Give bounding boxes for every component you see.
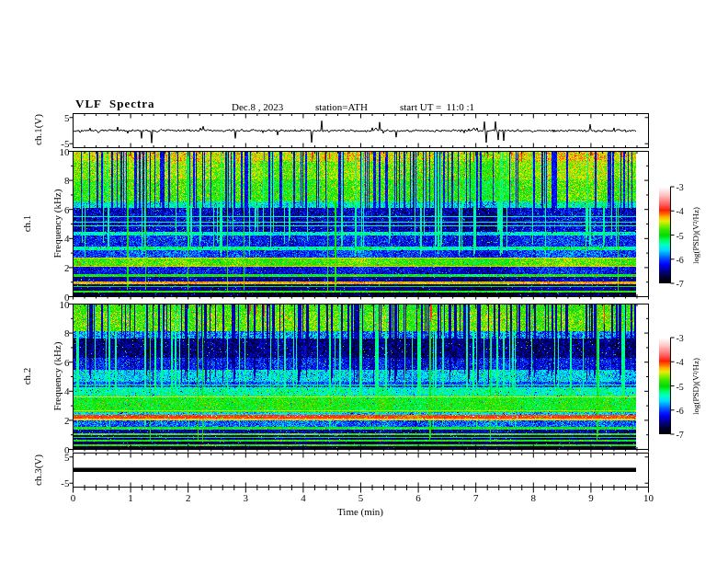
colorbar-tick-label: -6 <box>677 406 684 416</box>
x-tick-label: 7 <box>467 492 485 503</box>
colorbar-tick-label: -6 <box>677 255 684 265</box>
ylabel-ch1-frequency-line2: Frequency (kHz) <box>52 190 63 259</box>
header-station: station=ATH <box>315 101 368 112</box>
x-axis-title: Time (min) <box>337 506 383 517</box>
ylabel-ch2-frequency: ch.2 Frequency (kHz) <box>2 342 83 411</box>
vlf-spectra-figure: VLF Spectra Dec.8 , 2023 station=ATH sta… <box>0 0 728 563</box>
x-tick-label: 10 <box>640 492 658 503</box>
y-tick-label: 10 <box>50 146 70 157</box>
ylabel-ch1-voltage: ch.1(V) <box>32 114 43 145</box>
colorbar-tick-label: -5 <box>677 231 684 241</box>
y-tick-label: 2 <box>50 415 70 426</box>
page-title: VLF Spectra <box>75 98 155 109</box>
colorbar-tick-label: -3 <box>677 182 684 192</box>
x-tick-label: 9 <box>582 492 600 503</box>
y-tick-label: 8 <box>50 327 70 339</box>
y-tick-label: 8 <box>50 175 70 186</box>
y-tick-label: 4 <box>50 385 70 396</box>
ylabel-ch3-voltage: ch.3(V) <box>32 454 43 486</box>
x-tick-label: 3 <box>236 492 255 503</box>
x-tick-label: 4 <box>294 492 313 503</box>
ylabel-ch2-frequency-line2: Frequency (kHz) <box>52 342 63 411</box>
y-tick-label: 6 <box>50 204 70 215</box>
colorbar-tick-label: -7 <box>677 430 684 440</box>
y-tick-label: 5 <box>50 112 70 123</box>
y-tick-label: -5 <box>50 477 70 488</box>
x-tick-label: 0 <box>64 492 83 503</box>
x-tick-label: 5 <box>352 492 370 503</box>
y-tick-label: 10 <box>50 299 70 310</box>
colorbar-tick-label: -7 <box>677 279 684 289</box>
header-start-ut: start UT = 11:0 :1 <box>400 101 474 112</box>
x-tick-label: 1 <box>121 492 140 503</box>
colorbar1-label: log(PSD)(V²/Hz) <box>690 207 701 264</box>
y-tick-label: 4 <box>50 233 70 244</box>
ylabel-ch1-frequency: ch.1 Frequency (kHz) <box>2 190 83 259</box>
colorbar2-label: log(PSD)(V²/Hz) <box>690 358 701 415</box>
colorbar-tick-label: -4 <box>677 357 684 367</box>
y-tick-label: 2 <box>50 262 70 273</box>
ylabel-ch2-frequency-line1: ch.2 <box>22 342 32 411</box>
plot-canvas <box>0 0 728 563</box>
x-tick-label: 2 <box>179 492 198 503</box>
ylabel-ch1-frequency-line1: ch.1 <box>22 190 32 259</box>
x-tick-label: 6 <box>409 492 427 503</box>
header-date: Dec.8 , 2023 <box>232 101 283 112</box>
colorbar-tick-label: -5 <box>677 382 684 392</box>
colorbar-tick-label: -4 <box>677 206 684 216</box>
y-tick-label: 0 <box>50 444 70 455</box>
colorbar-tick-label: -3 <box>677 333 684 343</box>
x-tick-label: 8 <box>524 492 542 503</box>
y-tick-label: 6 <box>50 357 70 368</box>
